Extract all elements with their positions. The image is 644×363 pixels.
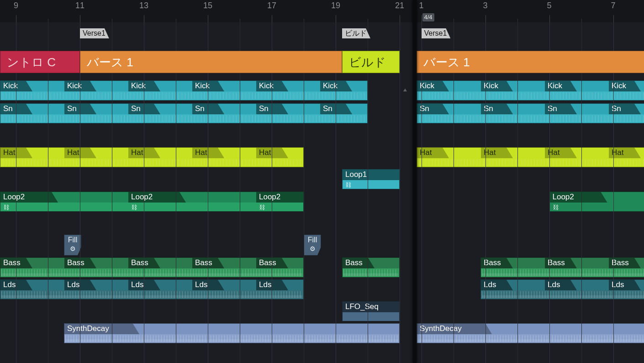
fill-clip[interactable]: Fill⚙ [64,235,81,256]
clip-body [343,312,399,321]
clip[interactable]: BassBassBassBassBass [0,257,304,278]
clip[interactable]: SynthDecay [64,323,400,343]
ruler-bar-number: 9 [14,1,18,11]
marker[interactable]: ビルド [342,28,370,38]
clip-label: Sn [192,104,224,114]
scroll-up-icon[interactable]: ▲ [402,87,408,93]
ruler-bar-number: 5 [547,1,551,11]
ruler-tick [208,15,208,22]
clip-label: Sn [545,104,577,114]
grid-line [422,22,422,363]
ruler-tick [176,19,176,22]
timeline-ruler[interactable]: 13574/4 [417,0,644,22]
clip[interactable]: KickKickKickKick [417,80,644,101]
clip-label: Sn [609,104,641,114]
clip-label: Hat [481,148,513,158]
clip-body [417,334,644,343]
grid-line [272,22,272,363]
clip-body [0,268,303,277]
clip-label: Kick [128,81,160,91]
clip[interactable]: BassBassBass [480,257,644,278]
timeline-ruler[interactable]: 9111315171921 [0,0,413,22]
grid-line [144,22,144,363]
arranger-lane[interactable]: ントロ Cバース 1ビルド [0,51,413,73]
marker[interactable]: Verse1 [422,28,451,38]
grid-line [336,22,336,363]
marker-lane[interactable]: Verse1 [417,28,644,40]
clip[interactable]: LFO_Seq [342,301,400,321]
clip-body [0,114,367,123]
clip-label: Kick [609,81,641,91]
clip[interactable]: HatHatHatHatHat [0,147,304,167]
clip-label: Kick [64,81,96,91]
clip-label: Hat [609,148,641,158]
clip[interactable]: SnSnSnSn [417,103,644,123]
clip-label: Kick [417,81,449,91]
chain-link-icon: ⛓ [553,204,559,211]
arranger-part[interactable]: ビルド [342,51,400,73]
marker-lane[interactable]: Verse1ビルド [0,28,413,40]
clip-label: SynthDecay [417,324,492,334]
ruler-bar-number: 17 [267,1,276,11]
ruler-bar-number: 13 [139,1,148,11]
clip-label: Bass [0,258,32,268]
ruler-tick [304,19,304,22]
waveform [418,115,644,122]
clip-label: Loop1 [343,170,400,180]
ruler-bar-number: 7 [611,1,615,11]
clip[interactable]: Loop2⛓ [549,192,644,212]
midi-notes [1,269,302,276]
gear-icon[interactable]: ⚙ [64,245,81,252]
ruler-tick [240,19,240,22]
arrange-pane-left[interactable]: 9111315171921Verse1ビルドントロ Cバース 1ビルド▲Kick… [0,0,413,363]
arranger-part[interactable]: バース 1 [417,51,644,73]
arranger-part[interactable]: ントロ C [0,51,80,73]
clip-label: Hat [256,148,288,158]
clip-body [417,114,644,123]
clip[interactable]: SynthDecay [417,323,644,343]
ruler-tick [517,19,518,22]
arranger-part[interactable]: バース 1 [80,51,342,73]
ruler-tick [581,19,582,22]
pane-splitter[interactable] [413,0,417,363]
clip-label: Fill [64,236,81,244]
ruler-tick [144,15,144,22]
grid-line [240,22,240,363]
midi-notes [65,335,398,342]
clip-label: Lds [192,280,224,290]
clip-body [481,290,644,299]
ruler-tick [272,15,272,22]
clip-label: LFO_Seq [343,302,400,312]
clip-label: Hat [192,148,224,158]
clip-label: Loop2 [550,192,607,203]
fill-clip[interactable]: Fill⚙ [304,235,321,256]
clip-label: Sn [64,104,96,114]
clip[interactable]: Loop1⛓ [342,169,400,189]
ruler-bar-number: 3 [483,1,487,11]
ruler-tick [16,15,16,22]
marker[interactable]: Verse1 [80,28,109,38]
clip[interactable]: Loop2Loop2Loop2⛓⛓⛓ [0,192,304,212]
grid-line [400,22,400,363]
clip[interactable]: LdsLdsLdsLdsLds [0,279,304,299]
clip[interactable]: KickKickKickKickKickKick [0,80,368,101]
time-signature-flag[interactable]: 4/4 [422,13,434,21]
clip-label: Kick [481,81,513,91]
clip[interactable]: HatHatHatHat [417,147,644,167]
clip-label: Sn [417,104,449,114]
clip-label: Kick [545,81,577,91]
midi-notes [1,291,302,298]
clip-label: Kick [256,81,288,91]
clip[interactable]: Bass [342,257,400,278]
clip-label: Lds [609,280,641,290]
arrange-pane-right[interactable]: 13574/4Verse1バース 1KickKickKickKickSnSnSn… [417,0,644,363]
clip[interactable]: SnSnSnSnSnSn [0,103,368,123]
clip-label: Loop2 [0,192,58,203]
arranger-lane[interactable]: バース 1 [417,51,644,73]
clip-label: Bass [481,258,513,268]
clip-label: Hat [0,148,32,158]
clip-label: Bass [192,258,224,268]
clip-label: Sn [0,104,32,114]
clip[interactable]: LdsLdsLds [480,279,644,299]
gear-icon[interactable]: ⚙ [304,245,321,252]
